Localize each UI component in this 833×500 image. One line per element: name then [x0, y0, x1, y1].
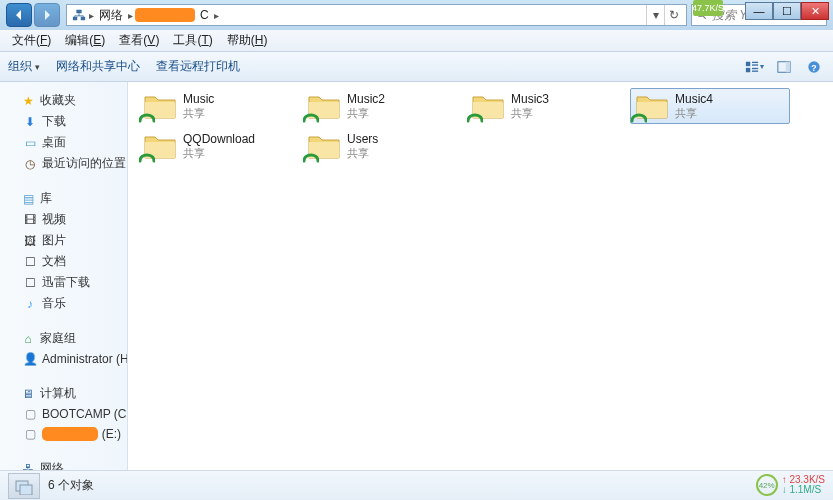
sidebar-group-network: 🖧网络 🖥 🖥2D0C: 🖥UI-PC: [4, 458, 123, 470]
address-bar[interactable]: ▸ 网络 ▸ C ▸ ▾ ↻: [66, 4, 687, 26]
sidebar-item-music[interactable]: ♪音乐: [4, 293, 123, 314]
svg-rect-6: [752, 64, 758, 65]
drive-icon: ▢: [22, 406, 38, 422]
menu-view[interactable]: 查看(V): [113, 30, 165, 51]
network-icon: 🖧: [20, 461, 36, 471]
folder-tile[interactable]: Users共享: [302, 128, 462, 164]
sidebar-item-documents[interactable]: ☐文档: [4, 251, 123, 272]
shared-folder-icon: [143, 91, 177, 121]
folder-tile[interactable]: QQDownload共享: [138, 128, 298, 164]
folder-name: Music4: [675, 92, 713, 107]
folder-tile[interactable]: Music3共享: [466, 88, 626, 124]
svg-rect-4: [745, 61, 749, 65]
menu-help[interactable]: 帮助(H): [221, 30, 274, 51]
shared-folder-icon: [635, 91, 669, 121]
folder-view[interactable]: Music共享Music2共享Music3共享Music4共享QQDownloa…: [128, 82, 833, 470]
sidebar-group-libraries: ▤库 🎞视频 🖼图片 ☐文档 ☐迅雷下载 ♪音乐: [4, 188, 123, 314]
folder-subtitle: 共享: [511, 107, 549, 121]
address-dropdown-button[interactable]: ▾: [646, 5, 664, 25]
star-icon: ★: [20, 93, 36, 109]
folder-subtitle: 共享: [675, 107, 713, 121]
sidebar-group-homegroup: ⌂家庭组 👤Administrator (HY: [4, 328, 123, 369]
sidebar-item-drive-e[interactable]: ▢ (E:): [4, 424, 123, 444]
shared-folder-icon: [471, 91, 505, 121]
drive-icon: ▢: [22, 426, 38, 442]
folder-subtitle: 共享: [347, 107, 385, 121]
breadcrumb-segment[interactable]: 网络: [96, 7, 126, 24]
selection-icon: [8, 473, 40, 499]
sidebar-item-admin[interactable]: 👤Administrator (HY: [4, 349, 123, 369]
folder-name: Music3: [511, 92, 549, 107]
sidebar-item-downloads[interactable]: ⬇下载: [4, 111, 123, 132]
nav-back-button[interactable]: [6, 3, 32, 27]
recent-icon: ◷: [22, 156, 38, 172]
svg-rect-8: [752, 67, 758, 68]
sidebar-item-videos[interactable]: 🎞视频: [4, 209, 123, 230]
shared-folder-icon: [143, 131, 177, 161]
sidebar-head-libraries[interactable]: ▤库: [4, 188, 123, 209]
folder-name: Music: [183, 92, 214, 107]
preview-pane-button[interactable]: [773, 56, 795, 78]
address-refresh-button[interactable]: ↻: [664, 5, 682, 25]
organize-button[interactable]: 组织: [8, 58, 40, 75]
sidebar-item-drive-c[interactable]: ▢BOOTCAMP (C:): [4, 404, 123, 424]
folder-tile[interactable]: Music4共享: [630, 88, 790, 124]
document-icon: ☐: [22, 254, 38, 270]
svg-rect-2: [76, 10, 81, 14]
svg-rect-11: [786, 61, 790, 72]
menu-tools[interactable]: 工具(T): [167, 30, 218, 51]
menu-file[interactable]: 文件(F): [6, 30, 57, 51]
sidebar-head-favorites[interactable]: ★收藏夹: [4, 90, 123, 111]
menu-bar: 文件(F) 编辑(E) 查看(V) 工具(T) 帮助(H): [0, 30, 833, 52]
sidebar-item-pictures[interactable]: 🖼图片: [4, 230, 123, 251]
picture-icon: 🖼: [22, 233, 38, 249]
music-icon: ♪: [22, 296, 38, 312]
breadcrumb-sep-icon: ▸: [214, 10, 219, 21]
computer-icon: 🖥: [20, 386, 36, 402]
maximize-button[interactable]: ☐: [773, 2, 801, 20]
close-button[interactable]: ✕: [801, 2, 829, 20]
network-monitor: 42% ↑ 23.3K/S ↓ 1.1M/S: [756, 474, 825, 496]
sidebar-item-thunder[interactable]: ☐迅雷下载: [4, 272, 123, 293]
breadcrumb-sep-icon: ▸: [89, 10, 94, 21]
homegroup-icon: ⌂: [20, 331, 36, 347]
sidebar-head-network[interactable]: 🖧网络: [4, 458, 123, 470]
library-icon: ▤: [20, 191, 36, 207]
details-pane: 6 个对象 42% ↑ 23.3K/S ↓ 1.1M/S: [0, 470, 833, 500]
nav-forward-button[interactable]: [34, 3, 60, 27]
folder-subtitle: 共享: [183, 147, 255, 161]
view-options-button[interactable]: ▾: [743, 56, 765, 78]
svg-rect-1: [81, 17, 85, 21]
svg-rect-9: [752, 70, 758, 71]
svg-rect-7: [745, 67, 749, 71]
minimize-button[interactable]: —: [745, 2, 773, 20]
view-remote-printers-button[interactable]: 查看远程打印机: [156, 58, 240, 75]
help-button[interactable]: ?: [803, 56, 825, 78]
command-bar: 组织 网络和共享中心 查看远程打印机 ▾ ?: [0, 52, 833, 82]
sidebar-head-computer[interactable]: 🖥计算机: [4, 383, 123, 404]
breadcrumb-segment[interactable]: C: [197, 8, 212, 22]
svg-rect-5: [752, 61, 758, 62]
menu-edit[interactable]: 编辑(E): [59, 30, 111, 51]
redacted-label: [42, 427, 98, 441]
folder-name: QQDownload: [183, 132, 255, 147]
sidebar-head-homegroup[interactable]: ⌂家庭组: [4, 328, 123, 349]
user-icon: 👤: [22, 351, 38, 367]
shared-folder-icon: [307, 91, 341, 121]
svg-rect-15: [20, 485, 32, 495]
shared-folder-icon: [307, 131, 341, 161]
sidebar-group-computer: 🖥计算机 ▢BOOTCAMP (C:) ▢ (E:): [4, 383, 123, 444]
desktop-icon: ▭: [22, 135, 38, 151]
network-center-button[interactable]: 网络和共享中心: [56, 58, 140, 75]
sidebar-item-desktop[interactable]: ▭桌面: [4, 132, 123, 153]
navigation-pane: ★收藏夹 ⬇下载 ▭桌面 ◷最近访问的位置 ▤库 🎞视频 🖼图片 ☐文档 ☐迅雷…: [0, 82, 128, 470]
folder-name: Music2: [347, 92, 385, 107]
document-icon: ☐: [22, 275, 38, 291]
folder-subtitle: 共享: [347, 147, 378, 161]
breadcrumb-sep-icon: ▸: [128, 10, 133, 21]
folder-tile[interactable]: Music2共享: [302, 88, 462, 124]
sidebar-item-recent[interactable]: ◷最近访问的位置: [4, 153, 123, 174]
breadcrumb-segment-redacted[interactable]: [135, 8, 195, 22]
folder-tile[interactable]: Music共享: [138, 88, 298, 124]
video-icon: 🎞: [22, 212, 38, 228]
